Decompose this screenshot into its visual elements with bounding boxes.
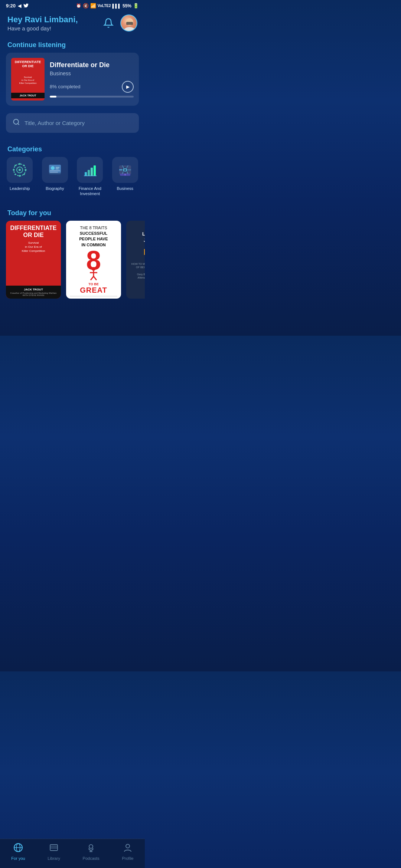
mute-icon: 🔇 xyxy=(83,3,89,9)
alarm-icon: ⏰ xyxy=(76,3,81,8)
svg-point-34 xyxy=(92,267,95,271)
book3-title: THELEADERSJOURNE xyxy=(130,225,145,244)
today-books-scroll: DIFFERENTIATEOR DIE Survivalin Our Era o… xyxy=(0,221,145,306)
status-left: 9:20 ◀ xyxy=(6,3,29,9)
orange-arrow-icon: ▶ xyxy=(144,247,145,256)
svg-point-6 xyxy=(19,169,21,171)
leadership-icon-box xyxy=(7,157,33,183)
status-bar: 9:20 ◀ ⏰ 🔇 📶 VoLTE2 ▌▌▌ 55% 🔋 xyxy=(0,0,145,11)
svg-point-9 xyxy=(13,169,15,171)
categories-title: Categories xyxy=(0,142,145,157)
play-button[interactable]: ▶ xyxy=(122,81,134,93)
continue-book-genre: Business xyxy=(50,70,134,76)
progress-bar-bg xyxy=(50,96,134,98)
cover-title-line1: DIFFERENTIATE xyxy=(13,60,42,64)
svg-rect-19 xyxy=(56,168,59,170)
book1-author-section: JACK TROUT Coauthor of Positioning and M… xyxy=(6,286,61,299)
svg-rect-2 xyxy=(126,22,133,25)
greeting-name: Hey Ravi Limbani, xyxy=(7,15,78,24)
book2-title: THE 8 TRAITSSUCCESSFULPEOPLE HAVEIN COMM… xyxy=(70,225,117,248)
svg-rect-20 xyxy=(50,170,60,171)
svg-point-17 xyxy=(51,166,55,170)
book-card-8traits[interactable]: THE 8 TRAITSSUCCESSFULPEOPLE HAVEIN COMM… xyxy=(66,221,121,299)
book1-author: JACK TROUT xyxy=(10,288,57,291)
location-icon: ◀ xyxy=(18,3,21,9)
signal-icon: ▌▌▌ xyxy=(113,4,121,8)
greeting-section: Hey Ravi Limbani, Have a good day! xyxy=(7,15,78,32)
finance-label: Finance And Investment xyxy=(79,186,101,197)
book2-header: THE 8 TRAITSSUCCESSFULPEOPLE HAVEIN COMM… xyxy=(70,225,117,248)
cover-author: JACK TROUT xyxy=(13,94,42,97)
lte-label: VoLTE2 xyxy=(98,4,111,8)
svg-line-38 xyxy=(94,276,97,280)
progress-row: 8% completed ▶ xyxy=(50,81,134,93)
book2-figure xyxy=(70,266,117,282)
continue-book-info: Differentiate or Die Business 8% complet… xyxy=(50,61,134,98)
progress-bar-fill xyxy=(50,96,56,98)
svg-point-32 xyxy=(124,174,126,175)
category-business[interactable]: Business xyxy=(109,157,141,197)
book2-author: Richard St. John xyxy=(70,296,117,299)
twitter-icon xyxy=(23,3,29,9)
app-header: Hey Ravi Limbani, Have a good day! xyxy=(0,11,145,37)
finance-icon-box xyxy=(77,157,103,183)
leadership-label: Leadership xyxy=(10,186,30,191)
battery-percentage: 55% xyxy=(123,3,131,9)
today-for-you-title: Today for you xyxy=(0,206,145,221)
cover-title-line2: OR DIE xyxy=(13,64,42,68)
status-right: ⏰ 🔇 📶 VoLTE2 ▌▌▌ 55% 🔋 xyxy=(76,3,139,9)
wifi-icon: 📶 xyxy=(90,3,96,9)
svg-point-11 xyxy=(14,165,16,166)
continue-book-title: Differentiate or Die xyxy=(50,61,134,69)
header-icons xyxy=(102,14,137,32)
svg-point-10 xyxy=(25,169,27,171)
svg-rect-23 xyxy=(88,170,90,176)
svg-rect-18 xyxy=(56,167,59,168)
book1-title: DIFFERENTIATEOR DIE xyxy=(10,224,57,239)
book2-great: GREAT xyxy=(80,286,107,295)
biography-label: Biography xyxy=(46,186,64,191)
business-label: Business xyxy=(117,186,133,191)
svg-rect-25 xyxy=(94,165,96,176)
svg-point-13 xyxy=(14,174,16,175)
avatar[interactable] xyxy=(120,14,137,32)
svg-rect-21 xyxy=(50,172,58,173)
category-leadership[interactable]: Leadership xyxy=(4,157,36,197)
category-finance[interactable]: Finance And Investment xyxy=(74,157,106,197)
search-placeholder: Title, Author or Category xyxy=(25,120,85,126)
svg-rect-16 xyxy=(49,165,61,173)
categories-grid: Leadership Biography xyxy=(0,157,145,206)
svg-point-7 xyxy=(19,163,21,165)
book1-subtitle: Survivalin Our Era ofKiller Competition xyxy=(10,241,57,253)
book-cover-small: DIFFERENTIATE OR DIE Survival in Our Era… xyxy=(11,58,45,101)
time-display: 9:20 xyxy=(6,3,16,9)
book3-subtitle: HOW TO MASTER THE FOUR CRIT...OF BEING A… xyxy=(130,262,145,279)
notification-bell-icon[interactable] xyxy=(102,16,115,30)
book-card-differentiate[interactable]: DIFFERENTIATEOR DIE Survivalin Our Era o… xyxy=(6,221,61,299)
book2-great-section: TO BE GREAT xyxy=(70,282,117,295)
svg-line-37 xyxy=(91,276,94,280)
business-icon-box xyxy=(112,157,138,183)
greeting-sub: Have a good day! xyxy=(7,25,78,32)
cover-subtitle: Survival in Our Era of Killer Competitio… xyxy=(13,76,42,85)
biography-icon-box xyxy=(42,157,68,183)
continue-listening-title: Continue listening xyxy=(0,37,145,53)
svg-point-1 xyxy=(124,27,136,32)
svg-point-8 xyxy=(19,175,21,177)
svg-point-12 xyxy=(23,165,25,166)
svg-point-3 xyxy=(14,119,19,124)
svg-point-14 xyxy=(23,174,25,175)
continue-listening-card[interactable]: DIFFERENTIATE OR DIE Survival in Our Era… xyxy=(6,53,139,106)
search-bar[interactable]: Title, Author or Category xyxy=(6,113,139,133)
search-icon xyxy=(13,118,20,128)
svg-rect-22 xyxy=(85,172,87,176)
battery-icon: 🔋 xyxy=(133,3,139,9)
book1-author-sub: Coauthor of Positioning and Marketing Wa… xyxy=(10,292,57,296)
category-biography[interactable]: Biography xyxy=(39,157,71,197)
svg-rect-24 xyxy=(91,168,93,176)
book3-arrows: ▶ △ △ xyxy=(130,247,145,256)
book2-to-be: TO BE xyxy=(88,282,98,286)
book2-number-section: 8 xyxy=(70,248,117,282)
book-card-leaders[interactable]: THELEADERSJOURNE ▶ △ △ HOW TO MASTER THE… xyxy=(126,221,145,299)
progress-text: 8% completed xyxy=(50,84,80,89)
